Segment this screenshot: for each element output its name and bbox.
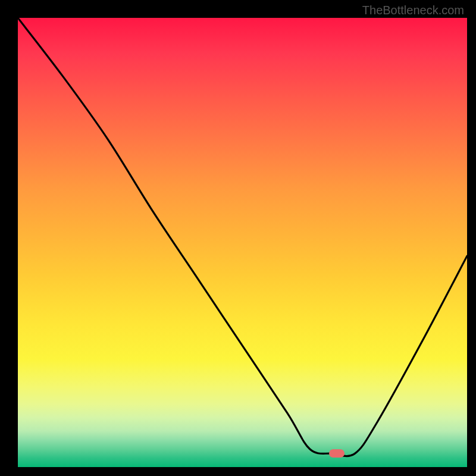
bottleneck-curve <box>18 18 467 456</box>
optimal-point-marker <box>329 449 345 458</box>
plot-area <box>18 18 467 467</box>
watermark-text: TheBottleneck.com <box>362 4 464 17</box>
curve-svg <box>18 18 467 467</box>
chart-container: TheBottleneck.com <box>0 0 476 476</box>
